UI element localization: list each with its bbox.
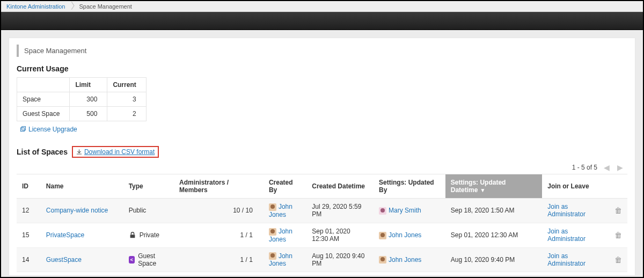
col-updated-by[interactable]: Settings: Updated By (374, 174, 445, 199)
avatar (269, 203, 276, 211)
pager-next-icon[interactable]: ▶ (616, 163, 624, 172)
breadcrumb: Kintone Administration Space Management (1, 1, 643, 12)
col-name[interactable]: Name (41, 174, 123, 199)
lock-icon (129, 231, 136, 239)
svg-rect-0 (21, 128, 25, 131)
svg-rect-1 (22, 127, 26, 130)
join-as-admin-link[interactable]: Join as Administrator (547, 228, 586, 243)
svg-rect-2 (130, 235, 135, 238)
trash-icon[interactable]: 🗑 (614, 231, 622, 239)
pager: 1 - 5 of 5 ◀ ▶ (17, 163, 624, 172)
col-id[interactable]: ID (17, 174, 41, 199)
join-as-admin-link[interactable]: Join as Administrator (547, 252, 586, 267)
breadcrumb-current: Space Management (79, 3, 131, 10)
usage-col-limit: Limit (70, 78, 107, 92)
col-administrators-members[interactable]: Administrators / Members (174, 174, 264, 199)
avatar (269, 252, 276, 260)
list-heading: List of Spaces (17, 148, 68, 156)
page-title: Space Management (17, 45, 627, 57)
avatar (379, 256, 386, 264)
table-row: 15PrivateSpacePrivate1 / 1John JonesSep … (17, 223, 627, 247)
user-link[interactable]: Mary Smith (389, 207, 421, 214)
table-row: 12Company-wide noticePublic10 / 10John J… (17, 199, 627, 223)
join-as-admin-link[interactable]: Join as Administrator (547, 203, 586, 218)
table-row: 14GuestSpace<Guest Space1 / 1John JonesA… (17, 247, 627, 272)
avatar (379, 232, 386, 239)
usage-table: Limit Current Space 300 3 Guest Space 50… (17, 77, 147, 121)
external-link-icon (20, 126, 26, 133)
col-created-datetime[interactable]: Created Datetime (306, 174, 374, 199)
space-name-link[interactable]: PrivateSpace (46, 231, 84, 239)
chevron-right-icon (67, 2, 77, 11)
pager-prev-icon[interactable]: ◀ (603, 163, 611, 172)
usage-row: Space 300 3 (17, 92, 147, 107)
trash-icon[interactable]: 🗑 (614, 255, 622, 264)
table-row: 13Notification about AAA project<Guest S… (17, 272, 627, 276)
pager-text: 1 - 5 of 5 (572, 164, 597, 171)
usage-heading: Current Usage (17, 64, 627, 73)
spaces-table: ID Name Type Administrators / Members Cr… (17, 174, 627, 276)
col-updated-datetime[interactable]: Settings: Updated Datetime▼ (445, 174, 543, 199)
user-link[interactable]: John Jones (389, 256, 421, 264)
usage-col-current: Current (107, 78, 146, 92)
usage-row: Guest Space 500 2 (17, 107, 147, 121)
download-icon (76, 149, 82, 155)
avatar (379, 207, 386, 215)
col-type[interactable]: Type (123, 174, 174, 199)
trash-icon[interactable]: 🗑 (614, 206, 622, 215)
download-csv-link[interactable]: Download in CSV format (72, 146, 159, 158)
space-name-link[interactable]: Company-wide notice (46, 207, 108, 214)
col-created-by[interactable]: Created By (264, 174, 306, 199)
space-name-link[interactable]: GuestSpace (46, 256, 82, 264)
license-upgrade-link[interactable]: License Upgrade (20, 126, 77, 133)
guest-space-icon: < (129, 256, 135, 264)
col-join-leave[interactable]: Join or Leave (542, 174, 609, 199)
sort-desc-icon: ▼ (480, 187, 485, 193)
top-bar (1, 12, 643, 30)
avatar (269, 228, 276, 236)
breadcrumb-root[interactable]: Kintone Administration (6, 3, 65, 10)
user-link[interactable]: John Jones (389, 231, 421, 239)
col-delete (609, 174, 627, 199)
